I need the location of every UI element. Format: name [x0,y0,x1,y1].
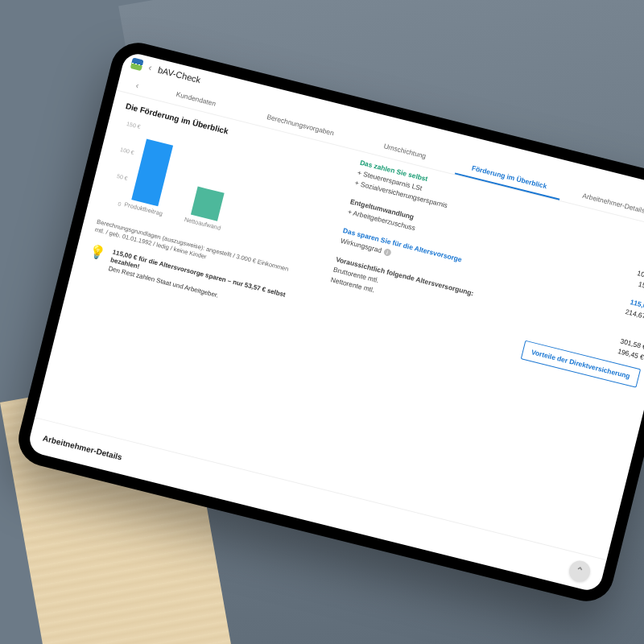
info-icon[interactable]: i [383,248,392,257]
back-chevron-icon[interactable]: ‹ [147,63,153,73]
footer-title: Arbeitnehmer-Details [42,433,123,461]
bar [191,187,225,221]
ytick: 50 € [108,171,128,181]
collapse-chevron-icon[interactable]: ⌃ [567,559,592,584]
app-logo-icon [130,57,144,71]
ytick: 100 € [114,145,134,155]
ytick: 0 [101,196,122,207]
bar [132,139,174,207]
savings-bar-chart: 150 € 100 € 50 € 0 Produktbeitrag Nettoa… [99,119,344,268]
bar-nettoaufwand: Nettoaufwand [184,185,229,232]
lightbulb-icon: 💡 [88,242,107,261]
ytick: 150 € [121,119,141,130]
